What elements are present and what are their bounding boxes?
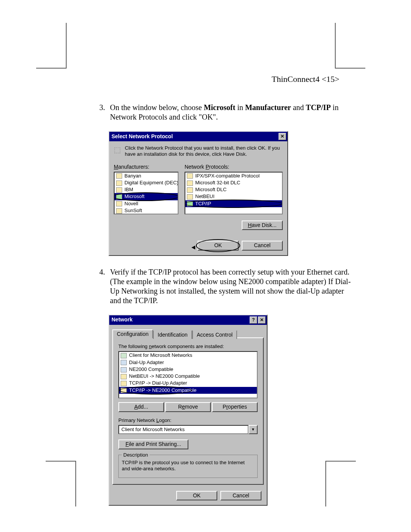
page-header: ThinConnect4 <15>	[0, 74, 411, 84]
titlebar[interactable]: Select Network Protocol ✕	[109, 132, 287, 141]
tab-configuration[interactable]: Configuration	[112, 329, 153, 339]
components-list[interactable]: Client for Microsoft Networks Dial-Up Ad…	[118, 351, 258, 398]
remove-button[interactable]: Remove	[165, 402, 211, 412]
step-3: On the window below, choose Microsoft in…	[107, 103, 357, 256]
properties-button[interactable]: Properties	[212, 402, 258, 412]
cancel-button[interactable]: Cancel	[242, 241, 283, 251]
crop-mark	[46, 461, 76, 506]
protocols-label: Network Protocols:	[185, 164, 283, 171]
add-button[interactable]: Add...	[118, 402, 164, 412]
components-label: The following network components are ins…	[118, 343, 258, 350]
close-icon[interactable]: ✕	[279, 133, 286, 140]
titlebar[interactable]: Network ? ✕	[109, 315, 267, 325]
tab-access-control[interactable]: Access Control	[192, 330, 237, 339]
protocols-list[interactable]: IPX/SPX-compatible Protocol Microsoft 32…	[185, 172, 283, 214]
file-print-sharing-button[interactable]: File and Print Sharing...	[118, 439, 188, 449]
crop-mark	[335, 23, 365, 69]
tab-identification[interactable]: Identification	[153, 330, 192, 339]
ok-button[interactable]: OK	[176, 491, 217, 501]
help-icon[interactable]: ?	[250, 316, 257, 324]
primary-logon-combo[interactable]: Client for Microsoft Networks ▼	[118, 425, 258, 434]
have-disk-button[interactable]: Have Disk...	[242, 220, 283, 230]
network-dialog: Network ? ✕ Configuration Identification…	[108, 315, 268, 506]
manufacturer-microsoft[interactable]: Microsoft	[115, 193, 178, 200]
manufacturers-list[interactable]: Banyan Digital Equipment (DEC) IBM Micro…	[114, 172, 178, 214]
ok-button[interactable]: OK	[198, 241, 239, 251]
dialog-title: Select Network Protocol	[112, 133, 173, 140]
primary-logon-label: Primary Network Logon:	[118, 417, 258, 423]
crop-mark	[36, 23, 67, 69]
select-network-protocol-dialog: Select Network Protocol ✕ ⬚ Click the Ne…	[108, 131, 288, 256]
component-tcpip-ne2000[interactable]: TCP/IP -> NE2000 Compatible	[119, 387, 257, 394]
protocol-tcpip[interactable]: TCP/IP	[185, 200, 282, 207]
cancel-button[interactable]: Cancel	[220, 491, 261, 501]
tabs: Configuration Identification Access Cont…	[112, 329, 264, 339]
description-box: Description TCP/IP is the protocol you u…	[118, 455, 258, 478]
dialog-title: Network	[112, 316, 132, 323]
protocol-icon: ⬚	[114, 145, 121, 154]
close-icon[interactable]: ✕	[258, 316, 266, 324]
step-4: Verify if the TCP/IP protocol has been c…	[107, 267, 357, 506]
manufacturers-label: Manufacturers:	[114, 164, 178, 171]
dialog-hint: Click the Network Protocol that you want…	[125, 145, 283, 157]
chevron-down-icon[interactable]: ▼	[249, 425, 258, 434]
